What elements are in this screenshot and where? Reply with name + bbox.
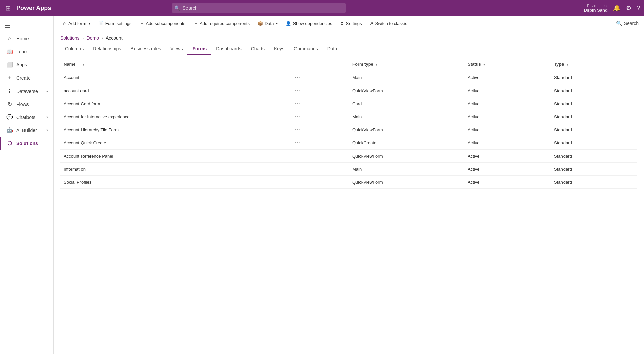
ai-builder-icon: 🤖 <box>6 127 13 133</box>
sidebar-item-apps[interactable]: ⬜ Apps <box>0 58 53 71</box>
toolbar-search-right[interactable]: 🔍 Search <box>616 21 639 26</box>
dependencies-icon: 👤 <box>286 21 291 26</box>
topbar-search-container: 🔍 <box>172 3 346 13</box>
sidebar-item-label: Home <box>16 36 29 41</box>
table-row[interactable]: Account Reference Panel ··· QuickViewFor… <box>60 150 637 163</box>
filter-icon: ▾ <box>83 63 84 66</box>
breadcrumb-separator: › <box>102 36 103 40</box>
row-actions-button[interactable]: ··· <box>291 123 349 136</box>
cell-form-type: QuickViewForm <box>349 176 464 189</box>
cell-name: Social Profiles <box>60 176 291 189</box>
table-row[interactable]: Social Profiles ··· QuickViewForm Active… <box>60 176 637 189</box>
column-header-name[interactable]: Name ↑ ▾ <box>60 58 291 71</box>
table-row[interactable]: Account for Interactive experience ··· M… <box>60 110 637 123</box>
table-row[interactable]: account card ··· QuickViewForm Active St… <box>60 84 637 97</box>
cell-status: Active <box>464 97 551 110</box>
settings-button[interactable]: ⚙ Settings <box>337 19 365 28</box>
form-settings-button[interactable]: 📄 Form settings <box>95 19 135 28</box>
row-actions-button[interactable]: ··· <box>291 97 349 110</box>
cell-type: Standard <box>551 97 637 110</box>
switch-classic-button[interactable]: ↗ Switch to classic <box>366 19 410 28</box>
environment-info: Environment Dspin Sand <box>584 4 608 13</box>
tab-dashboards[interactable]: Dashboards <box>211 43 246 55</box>
cell-type: Standard <box>551 176 637 189</box>
sidebar-item-learn[interactable]: 📖 Learn <box>0 45 53 58</box>
add-subcomponents-button[interactable]: ＋ Add subcomponents <box>137 19 189 28</box>
toolbar-search-label: Search <box>624 21 639 26</box>
tabs: Columns Relationships Business rules Vie… <box>54 41 644 55</box>
chevron-down-icon: ▾ <box>46 128 48 132</box>
home-icon: ⌂ <box>6 36 13 42</box>
notifications-icon[interactable]: 🔔 <box>613 4 621 12</box>
show-dependencies-button[interactable]: 👤 Show dependencies <box>282 19 335 28</box>
plus-icon: ＋ <box>194 20 198 26</box>
table-row[interactable]: Information ··· Main Active Standard <box>60 163 637 176</box>
tab-data[interactable]: Data <box>323 43 342 55</box>
chevron-down-icon: ▾ <box>276 22 278 25</box>
sidebar-item-chatbots[interactable]: 💬 Chatbots ▾ <box>0 111 53 124</box>
chevron-down-icon: ▾ <box>89 22 90 25</box>
tab-views[interactable]: Views <box>166 43 187 55</box>
cell-name: Account for Interactive experience <box>60 110 291 123</box>
row-actions-button[interactable]: ··· <box>291 163 349 176</box>
tab-commands[interactable]: Commands <box>289 43 323 55</box>
tab-relationships[interactable]: Relationships <box>88 43 126 55</box>
cell-name: Information <box>60 163 291 176</box>
breadcrumb-current: Account <box>106 35 123 41</box>
sidebar-item-label: Learn <box>16 49 29 54</box>
table-row[interactable]: Account Card form ··· Card Active Standa… <box>60 97 637 110</box>
table-row[interactable]: Account Quick Create ··· QuickCreate Act… <box>60 136 637 150</box>
row-actions-button[interactable]: ··· <box>291 71 349 84</box>
filter-icon: ▾ <box>376 63 377 66</box>
add-subcomponents-label: Add subcomponents <box>146 21 186 26</box>
cell-name: Account Reference Panel <box>60 150 291 163</box>
sidebar-item-solutions[interactable]: ⬡ Solutions <box>0 137 53 150</box>
sidebar-item-home[interactable]: ⌂ Home <box>0 32 53 45</box>
breadcrumb-demo[interactable]: Demo <box>87 35 99 41</box>
cell-form-type: QuickViewForm <box>349 123 464 136</box>
content-area: 🖊 Add form ▾ 📄 Form settings ＋ Add subco… <box>54 16 644 354</box>
cell-type: Standard <box>551 150 637 163</box>
table-row[interactable]: Account Hierarchy Tile Form ··· QuickVie… <box>60 123 637 136</box>
column-header-form-type[interactable]: Form type ▾ <box>349 58 464 71</box>
settings-icon[interactable]: ⚙ <box>626 4 631 12</box>
row-actions-button[interactable]: ··· <box>291 150 349 163</box>
column-header-actions <box>291 58 349 71</box>
cell-form-type: QuickCreate <box>349 136 464 150</box>
tab-columns[interactable]: Columns <box>60 43 88 55</box>
search-icon: 🔍 <box>616 21 622 26</box>
topbar-search-input[interactable] <box>172 3 346 13</box>
data-button[interactable]: 📦 Data ▾ <box>254 19 281 28</box>
sidebar-item-create[interactable]: ＋ Create <box>0 71 53 85</box>
tab-forms[interactable]: Forms <box>187 43 211 55</box>
add-form-button[interactable]: 🖊 Add form ▾ <box>59 19 94 28</box>
form-settings-label: Form settings <box>105 21 132 26</box>
tab-charts[interactable]: Charts <box>246 43 269 55</box>
column-header-status[interactable]: Status ▾ <box>464 58 551 71</box>
sidebar-item-ai-builder[interactable]: 🤖 AI Builder ▾ <box>0 124 53 137</box>
help-icon[interactable]: ? <box>637 5 640 12</box>
cell-type: Standard <box>551 84 637 97</box>
form-settings-icon: 📄 <box>98 21 104 26</box>
cell-status: Active <box>464 123 551 136</box>
chevron-down-icon: ▾ <box>46 115 48 119</box>
cell-form-type: Card <box>349 97 464 110</box>
row-actions-button[interactable]: ··· <box>291 176 349 189</box>
column-header-type[interactable]: Type ▾ <box>551 58 637 71</box>
sidebar-collapse-button[interactable]: ☰ <box>0 19 53 32</box>
solutions-icon: ⬡ <box>6 140 13 146</box>
filter-icon: ▾ <box>483 63 485 66</box>
sidebar-item-label: Dataverse <box>16 88 38 94</box>
tab-business-rules[interactable]: Business rules <box>126 43 166 55</box>
table-row[interactable]: Account ··· Main Active Standard <box>60 71 637 84</box>
waffle-icon[interactable]: ⊞ <box>4 3 12 13</box>
sidebar-item-label: Flows <box>16 102 29 107</box>
row-actions-button[interactable]: ··· <box>291 84 349 97</box>
row-actions-button[interactable]: ··· <box>291 110 349 123</box>
breadcrumb-solutions[interactable]: Solutions <box>60 35 80 41</box>
sidebar-item-flows[interactable]: ↻ Flows <box>0 98 53 111</box>
add-required-button[interactable]: ＋ Add required components <box>190 19 253 28</box>
tab-keys[interactable]: Keys <box>269 43 289 55</box>
row-actions-button[interactable]: ··· <box>291 136 349 150</box>
sidebar-item-dataverse[interactable]: 🗄 Dataverse ▾ <box>0 85 53 98</box>
